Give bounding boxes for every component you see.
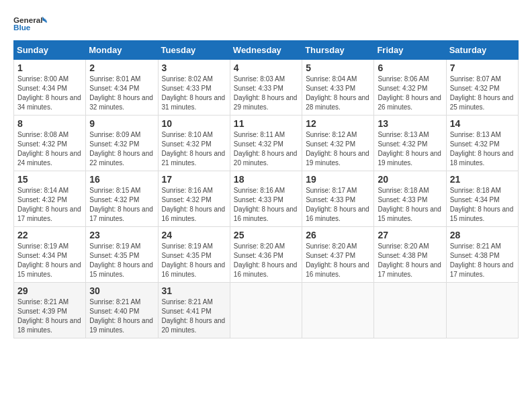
day-info: Sunrise: 8:16 AMSunset: 4:32 PMDaylight:… [162,186,226,224]
day-info: Sunrise: 8:21 AMSunset: 4:40 PMDaylight:… [89,298,154,335]
day-info: Sunrise: 8:06 AMSunset: 4:32 PMDaylight:… [378,75,442,112]
header-thursday: Thursday [302,41,374,60]
calendar-day-cell: 25Sunrise: 8:20 AMSunset: 4:36 PMDayligh… [230,227,302,283]
calendar-day-cell: 15Sunrise: 8:14 AMSunset: 4:32 PMDayligh… [14,171,86,227]
calendar-day-cell: 26Sunrise: 8:20 AMSunset: 4:37 PMDayligh… [302,227,374,283]
calendar-day-cell: 9Sunrise: 8:09 AMSunset: 4:32 PMDaylight… [86,116,158,171]
header-tuesday: Tuesday [158,41,230,60]
day-number: 18 [234,174,298,185]
calendar-day-cell: 18Sunrise: 8:16 AMSunset: 4:33 PMDayligh… [230,171,302,227]
day-number: 3 [162,62,226,73]
day-info: Sunrise: 8:18 AMSunset: 4:34 PMDaylight:… [450,186,515,224]
day-number: 24 [162,230,226,240]
day-info: Sunrise: 8:11 AMSunset: 4:32 PMDaylight:… [234,130,298,168]
day-number: 17 [162,174,226,185]
day-number: 7 [450,62,515,73]
day-info: Sunrise: 8:12 AMSunset: 4:32 PMDaylight:… [306,130,370,168]
logo-icon: General Blue [13,13,47,34]
day-number: 29 [17,285,82,296]
calendar-day-cell: 30Sunrise: 8:21 AMSunset: 4:40 PMDayligh… [86,283,158,338]
day-info: Sunrise: 8:18 AMSunset: 4:33 PMDaylight:… [378,186,442,224]
header-wednesday: Wednesday [230,41,302,60]
day-info: Sunrise: 8:19 AMSunset: 4:34 PMDaylight:… [17,242,82,279]
day-info: Sunrise: 8:01 AMSunset: 4:34 PMDaylight:… [89,75,154,112]
day-number: 19 [306,174,370,185]
day-info: Sunrise: 8:19 AMSunset: 4:35 PMDaylight:… [162,242,226,279]
day-number: 28 [450,230,515,240]
calendar-week-row: 15Sunrise: 8:14 AMSunset: 4:32 PMDayligh… [14,171,519,227]
calendar-day-cell: 3Sunrise: 8:02 AMSunset: 4:33 PMDaylight… [158,60,230,116]
calendar-day-cell: 14Sunrise: 8:13 AMSunset: 4:32 PMDayligh… [446,116,518,171]
day-number: 22 [17,230,82,240]
day-info: Sunrise: 8:13 AMSunset: 4:32 PMDaylight:… [450,130,515,168]
day-info: Sunrise: 8:02 AMSunset: 4:33 PMDaylight:… [162,75,226,112]
day-number: 16 [89,174,154,185]
day-info: Sunrise: 8:14 AMSunset: 4:32 PMDaylight:… [17,186,82,224]
day-info: Sunrise: 8:16 AMSunset: 4:33 PMDaylight:… [234,186,298,224]
day-number: 20 [378,174,442,185]
calendar-day-cell: 7Sunrise: 8:07 AMSunset: 4:32 PMDaylight… [446,60,518,116]
calendar-week-row: 22Sunrise: 8:19 AMSunset: 4:34 PMDayligh… [14,227,519,283]
calendar-day-cell: 13Sunrise: 8:13 AMSunset: 4:32 PMDayligh… [374,116,446,171]
calendar-day-cell: 1Sunrise: 8:00 AMSunset: 4:34 PMDaylight… [14,60,86,116]
day-number: 26 [306,230,370,240]
calendar-day-cell [230,283,302,338]
day-info: Sunrise: 8:08 AMSunset: 4:32 PMDaylight:… [17,130,82,168]
calendar-day-cell: 10Sunrise: 8:10 AMSunset: 4:32 PMDayligh… [158,116,230,171]
day-number: 30 [89,285,154,296]
calendar-day-cell: 8Sunrise: 8:08 AMSunset: 4:32 PMDaylight… [14,116,86,171]
day-info: Sunrise: 8:20 AMSunset: 4:36 PMDaylight:… [234,242,298,279]
day-info: Sunrise: 8:03 AMSunset: 4:33 PMDaylight:… [234,75,298,112]
day-number: 23 [89,230,154,240]
day-number: 14 [450,118,515,129]
calendar-day-cell: 12Sunrise: 8:12 AMSunset: 4:32 PMDayligh… [302,116,374,171]
calendar-day-cell: 24Sunrise: 8:19 AMSunset: 4:35 PMDayligh… [158,227,230,283]
calendar-day-cell: 21Sunrise: 8:18 AMSunset: 4:34 PMDayligh… [446,171,518,227]
calendar-day-cell: 11Sunrise: 8:11 AMSunset: 4:32 PMDayligh… [230,116,302,171]
day-info: Sunrise: 8:17 AMSunset: 4:33 PMDaylight:… [306,186,370,224]
day-number: 6 [378,62,442,73]
page-header: General Blue [13,13,519,34]
header-monday: Monday [86,41,158,60]
day-number: 9 [89,118,154,129]
header-friday: Friday [374,41,446,60]
header-sunday: Sunday [14,41,86,60]
logo: General Blue [13,13,47,34]
day-number: 15 [17,174,82,185]
day-info: Sunrise: 8:20 AMSunset: 4:37 PMDaylight:… [306,242,370,279]
svg-marker-3 [45,18,47,24]
calendar-day-cell: 31Sunrise: 8:21 AMSunset: 4:41 PMDayligh… [158,283,230,338]
calendar-week-row: 29Sunrise: 8:21 AMSunset: 4:39 PMDayligh… [14,283,519,338]
calendar-day-cell: 17Sunrise: 8:16 AMSunset: 4:32 PMDayligh… [158,171,230,227]
calendar-day-cell: 5Sunrise: 8:04 AMSunset: 4:33 PMDaylight… [302,60,374,116]
day-number: 8 [17,118,82,129]
calendar-week-row: 1Sunrise: 8:00 AMSunset: 4:34 PMDaylight… [14,60,519,116]
day-number: 11 [234,118,298,129]
calendar-day-cell: 4Sunrise: 8:03 AMSunset: 4:33 PMDaylight… [230,60,302,116]
calendar-day-cell: 6Sunrise: 8:06 AMSunset: 4:32 PMDaylight… [374,60,446,116]
calendar-day-cell: 20Sunrise: 8:18 AMSunset: 4:33 PMDayligh… [374,171,446,227]
calendar-day-cell: 27Sunrise: 8:20 AMSunset: 4:38 PMDayligh… [374,227,446,283]
day-number: 12 [306,118,370,129]
day-info: Sunrise: 8:07 AMSunset: 4:32 PMDaylight:… [450,75,515,112]
day-number: 2 [89,62,154,73]
calendar-day-cell [446,283,518,338]
calendar-week-row: 8Sunrise: 8:08 AMSunset: 4:32 PMDaylight… [14,116,519,171]
day-info: Sunrise: 8:20 AMSunset: 4:38 PMDaylight:… [378,242,442,279]
calendar-day-cell: 28Sunrise: 8:21 AMSunset: 4:38 PMDayligh… [446,227,518,283]
day-number: 31 [162,285,226,296]
day-info: Sunrise: 8:15 AMSunset: 4:32 PMDaylight:… [89,186,154,224]
day-number: 27 [378,230,442,240]
day-number: 5 [306,62,370,73]
day-number: 1 [17,62,82,73]
calendar-day-cell: 16Sunrise: 8:15 AMSunset: 4:32 PMDayligh… [86,171,158,227]
calendar-day-cell [374,283,446,338]
day-info: Sunrise: 8:09 AMSunset: 4:32 PMDaylight:… [89,130,154,168]
calendar-day-cell: 19Sunrise: 8:17 AMSunset: 4:33 PMDayligh… [302,171,374,227]
calendar-day-cell: 29Sunrise: 8:21 AMSunset: 4:39 PMDayligh… [14,283,86,338]
day-info: Sunrise: 8:19 AMSunset: 4:35 PMDaylight:… [89,242,154,279]
calendar-day-cell: 23Sunrise: 8:19 AMSunset: 4:35 PMDayligh… [86,227,158,283]
calendar-table: Sunday Monday Tuesday Wednesday Thursday… [13,40,519,338]
day-info: Sunrise: 8:21 AMSunset: 4:41 PMDaylight:… [162,298,226,335]
day-info: Sunrise: 8:04 AMSunset: 4:33 PMDaylight:… [306,75,370,112]
